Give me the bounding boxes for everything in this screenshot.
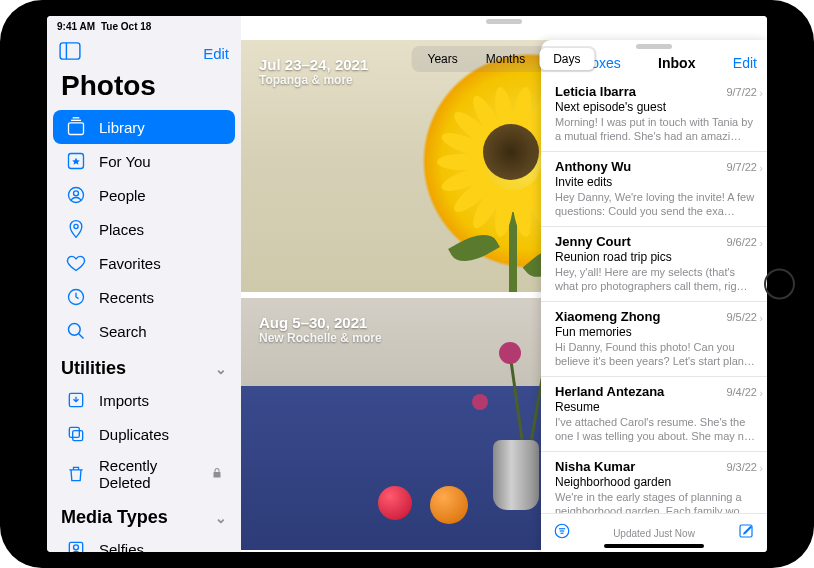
segment-months[interactable]: Months xyxy=(472,48,539,70)
imports-icon xyxy=(65,389,87,411)
mail-date: 9/7/22 xyxy=(726,86,757,98)
mail-item[interactable]: Anthony Wu9/7/22 Invite edits Hey Danny,… xyxy=(541,152,767,227)
sidebar-item-for-you[interactable]: For You xyxy=(53,144,235,178)
sidebar-item-imports[interactable]: Imports xyxy=(53,383,235,417)
recents-icon xyxy=(65,286,87,308)
mail-sender: Anthony Wu xyxy=(555,159,631,174)
app-title: Photos xyxy=(47,64,241,110)
svg-point-7 xyxy=(74,191,79,196)
mail-slideover: ‹ Mailboxes Inbox Edit Leticia Ibarra9/7… xyxy=(541,40,767,552)
mail-subject: Next episode's guest xyxy=(555,100,757,114)
svg-rect-2 xyxy=(69,123,84,135)
section-label: Utilities xyxy=(61,358,126,379)
status-date: Tue Oct 18 xyxy=(101,21,151,32)
sidebar-item-label: Places xyxy=(99,221,144,238)
selfies-icon xyxy=(65,538,87,552)
svg-point-8 xyxy=(74,224,78,228)
mail-preview: Hey Danny, We're loving the invite! A fe… xyxy=(555,190,757,218)
mail-subject: Fun memories xyxy=(555,325,757,339)
photo-date: Jul 23–24, 2021 xyxy=(259,56,368,73)
trash-icon xyxy=(65,463,87,485)
mail-list[interactable]: Leticia Ibarra9/7/22 Next episode's gues… xyxy=(541,77,767,513)
mail-preview: Morning! I was put in touch with Tania b… xyxy=(555,115,757,143)
filter-icon[interactable] xyxy=(553,522,571,544)
mail-date: 9/6/22 xyxy=(726,236,757,248)
sidebar-item-label: Recents xyxy=(99,289,154,306)
status-time: 9:41 AM xyxy=(57,21,95,32)
chevron-right-icon: › xyxy=(759,237,763,249)
home-button[interactable] xyxy=(764,269,795,300)
search-icon xyxy=(65,320,87,342)
home-indicator[interactable] xyxy=(604,544,704,548)
chevron-right-icon: › xyxy=(759,312,763,324)
mail-sender: Leticia Ibarra xyxy=(555,84,636,99)
flower xyxy=(472,394,488,410)
sidebar-item-recently-deleted[interactable]: Recently Deleted xyxy=(53,451,235,497)
segment-years[interactable]: Years xyxy=(414,48,472,70)
leaf xyxy=(448,226,500,270)
status-bar: 9:41 AM Tue Oct 18 xyxy=(47,16,767,36)
places-icon xyxy=(65,218,87,240)
mail-item[interactable]: Nisha Kumar9/3/22 Neighborhood garden We… xyxy=(541,452,767,513)
section-label: Media Types xyxy=(61,507,168,528)
sidebar-edit-button[interactable]: Edit xyxy=(203,45,229,62)
mail-edit-button[interactable]: Edit xyxy=(733,55,757,71)
mail-item[interactable]: Leticia Ibarra9/7/22 Next episode's gues… xyxy=(541,77,767,152)
mail-sender: Xiaomeng Zhong xyxy=(555,309,660,324)
mail-title: Inbox xyxy=(658,55,695,71)
mail-item[interactable]: Jenny Court9/6/22 Reunion road trip pics… xyxy=(541,227,767,302)
sidebar-item-label: Selfies xyxy=(99,541,144,553)
for-you-icon xyxy=(65,150,87,172)
sidebar-item-recents[interactable]: Recents xyxy=(53,280,235,314)
sidebar-item-duplicates[interactable]: Duplicates xyxy=(53,417,235,451)
photo-location: Topanga & more xyxy=(259,73,368,87)
sidebar-item-search[interactable]: Search xyxy=(53,314,235,348)
compose-icon[interactable] xyxy=(737,522,755,544)
ipad-device-frame: 9:41 AM Tue Oct 18 Edit Photos Library F… xyxy=(0,0,814,568)
sidebar-item-label: Favorites xyxy=(99,255,161,272)
mail-item[interactable]: Herland Antezana9/4/22 Resume I've attac… xyxy=(541,377,767,452)
sidebar-item-people[interactable]: People xyxy=(53,178,235,212)
section-media-types[interactable]: Media Types ⌄ xyxy=(47,497,241,532)
mail-item[interactable]: Xiaomeng Zhong9/5/22 Fun memories Hi Dan… xyxy=(541,302,767,377)
people-icon xyxy=(65,184,87,206)
mail-subject: Reunion road trip pics xyxy=(555,250,757,264)
mail-subject: Neighborhood garden xyxy=(555,475,757,489)
svg-rect-13 xyxy=(69,427,79,437)
chevron-right-icon: › xyxy=(759,162,763,174)
mail-sender: Herland Antezana xyxy=(555,384,664,399)
section-utilities[interactable]: Utilities ⌄ xyxy=(47,348,241,383)
mail-preview: Hi Danny, Found this photo! Can you beli… xyxy=(555,340,757,368)
sidebar-item-favorites[interactable]: Favorites xyxy=(53,246,235,280)
chevron-right-icon: › xyxy=(759,87,763,99)
view-segmented-control[interactable]: Years Months Days xyxy=(412,46,597,72)
sidebar-item-label: Search xyxy=(99,323,147,340)
chevron-down-icon: ⌄ xyxy=(215,510,227,526)
sidebar-toggle-icon[interactable] xyxy=(59,42,81,64)
sidebar-item-label: For You xyxy=(99,153,151,170)
photo-location: New Rochelle & more xyxy=(259,331,382,345)
mail-subject: Resume xyxy=(555,400,757,414)
sidebar-item-label: Recently Deleted xyxy=(99,457,199,491)
sidebar-item-label: People xyxy=(99,187,146,204)
photos-sidebar: Edit Photos Library For You People Place… xyxy=(47,16,241,552)
svg-rect-14 xyxy=(73,431,83,441)
sidebar-item-label: Library xyxy=(99,119,145,136)
library-icon xyxy=(65,116,87,138)
svg-point-16 xyxy=(74,545,79,550)
sidebar-item-library[interactable]: Library xyxy=(53,110,235,144)
photo-date: Aug 5–30, 2021 xyxy=(259,314,382,331)
pomegranate xyxy=(378,486,412,520)
sidebar-item-selfies[interactable]: Selfies xyxy=(53,532,235,552)
mail-date: 9/3/22 xyxy=(726,461,757,473)
segment-days[interactable]: Days xyxy=(539,48,594,70)
vase xyxy=(493,440,539,510)
mail-date: 9/5/22 xyxy=(726,311,757,323)
sidebar-item-label: Duplicates xyxy=(99,426,169,443)
mail-sender: Nisha Kumar xyxy=(555,459,635,474)
mail-sender: Jenny Court xyxy=(555,234,631,249)
chevron-down-icon: ⌄ xyxy=(215,361,227,377)
mail-preview: Hey, y'all! Here are my selects (that's … xyxy=(555,265,757,293)
flower xyxy=(499,342,521,364)
sidebar-item-places[interactable]: Places xyxy=(53,212,235,246)
